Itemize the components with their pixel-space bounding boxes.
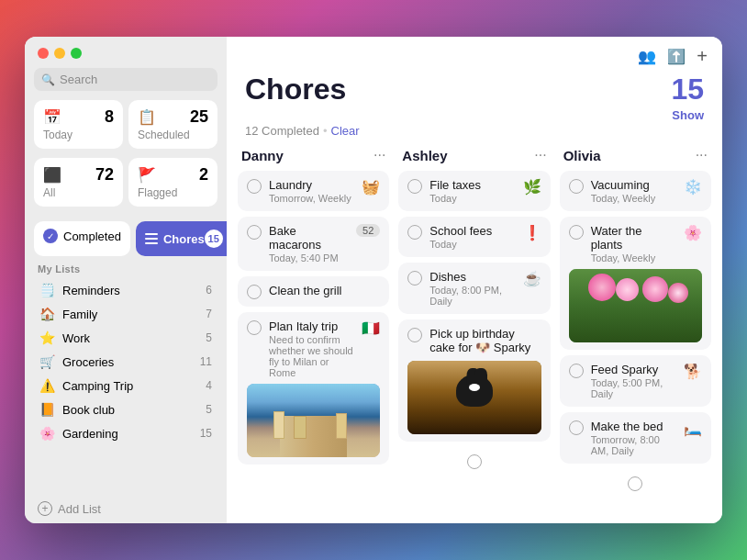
task-image-flower bbox=[569, 269, 702, 342]
list-item-camping[interactable]: ⚠️ Camping Trip 4 bbox=[34, 374, 217, 398]
task-clean-grill[interactable]: Clean the grill bbox=[238, 276, 389, 307]
task-macarons[interactable]: Bake macarons Today, 5:40 PM 52 bbox=[238, 217, 389, 271]
task-sub: Today, Weekly bbox=[591, 193, 676, 204]
chores-count-badge: 15 bbox=[205, 230, 223, 248]
list-item-reminders[interactable]: 🗒️ Reminders 6 bbox=[34, 278, 217, 302]
task-laundry[interactable]: Laundry Tomorrow, Weekly 🧺 bbox=[238, 171, 389, 211]
scheduled-icon: 📋 bbox=[138, 108, 156, 126]
ashley-more-icon[interactable]: ··· bbox=[534, 147, 546, 163]
task-dishes[interactable]: Dishes Today, 8:00 PM, Daily ☕ bbox=[398, 263, 550, 314]
show-button[interactable]: Show bbox=[671, 108, 704, 122]
task-birthday-cake[interactable]: Pick up birthday cake for 🐶 Sparky bbox=[398, 319, 550, 442]
camping-count: 4 bbox=[206, 379, 212, 392]
reminders-icon: 🗒️ bbox=[39, 283, 55, 297]
task-circle[interactable] bbox=[247, 179, 262, 194]
task-emoji: 🛏️ bbox=[684, 420, 702, 437]
task-italy[interactable]: Plan Italy trip Need to confirm whether … bbox=[238, 312, 389, 465]
all-count: 72 bbox=[95, 165, 114, 185]
completed-label: Completed bbox=[63, 230, 121, 243]
smart-list-all[interactable]: ⬛ 72 All bbox=[34, 158, 123, 207]
smart-lists-row2: ⬛ 72 All 🚩 2 Flagged bbox=[25, 158, 227, 216]
task-title: Plan Italy trip bbox=[269, 319, 354, 333]
add-task-circle[interactable] bbox=[628, 476, 642, 491]
list-item-work[interactable]: ⭐ Work 5 bbox=[34, 326, 217, 350]
task-circle[interactable] bbox=[407, 225, 422, 240]
task-emoji: 🌸 bbox=[684, 224, 702, 241]
reminders-name: Reminders bbox=[62, 284, 120, 297]
task-circle[interactable] bbox=[569, 420, 584, 435]
minimize-button[interactable] bbox=[54, 48, 65, 59]
task-sub: Today bbox=[429, 193, 515, 204]
task-circle[interactable] bbox=[569, 225, 584, 240]
task-emoji: 🇮🇹 bbox=[362, 319, 380, 337]
ashley-header: Ashley ··· bbox=[398, 145, 550, 165]
task-feed-sparky[interactable]: Feed Sparky Today, 5:00 PM, Daily 🐕 bbox=[560, 355, 711, 407]
list-item-groceries[interactable]: 🛒 Groceries 11 bbox=[34, 350, 217, 374]
olivia-more-icon[interactable]: ··· bbox=[696, 147, 708, 163]
smart-list-flagged[interactable]: 🚩 2 Flagged bbox=[128, 158, 217, 207]
content-subtitle: 12 Completed • Clear bbox=[245, 124, 704, 138]
add-task-circle[interactable] bbox=[467, 454, 482, 469]
flagged-label: Flagged bbox=[138, 186, 208, 199]
page-title: Chores bbox=[245, 73, 346, 106]
search-icon: 🔍 bbox=[41, 73, 55, 86]
task-emoji: 🌿 bbox=[523, 178, 541, 196]
task-circle[interactable] bbox=[247, 225, 262, 240]
fullscreen-button[interactable] bbox=[71, 48, 82, 59]
list-item-gardening[interactable]: 🌸 Gardening 15 bbox=[34, 421, 217, 445]
columns-container: Danny ··· Laundry Tomorrow, Weekly 🧺 bbox=[227, 145, 722, 523]
smart-list-today[interactable]: 📅 8 Today bbox=[34, 100, 123, 149]
list-item-bookclub[interactable]: 📙 Book club 5 bbox=[34, 398, 217, 421]
task-file-taxes[interactable]: File taxes Today 🌿 bbox=[398, 171, 550, 211]
column-olivia: Olivia ··· Vacuuming Today, Weekly ❄️ bbox=[560, 145, 711, 512]
task-sub: Need to confirm whether we should fly to… bbox=[269, 334, 354, 378]
task-title: Bake macarons bbox=[269, 224, 349, 252]
danny-col-name: Danny bbox=[241, 148, 284, 163]
completed-chores-row: ✓ Completed Chores 15 👩 bbox=[25, 216, 227, 256]
task-water-plants[interactable]: Water the plants Today, Weekly 🌸 bbox=[560, 217, 711, 350]
task-title: Clean the grill bbox=[269, 284, 380, 297]
task-image-italy bbox=[247, 384, 380, 457]
search-bar[interactable]: 🔍 Search bbox=[34, 68, 217, 91]
task-circle[interactable] bbox=[247, 285, 262, 299]
completed-item[interactable]: ✓ Completed bbox=[34, 221, 130, 256]
task-school-fees[interactable]: School fees Today ❗ bbox=[398, 217, 550, 257]
list-items: 🗒️ Reminders 6 🏠 Family 7 ⭐ Work 5 bbox=[25, 278, 227, 492]
smart-list-scheduled[interactable]: 📋 25 Scheduled bbox=[128, 100, 217, 149]
traffic-lights bbox=[25, 48, 227, 68]
task-title: Water the plants bbox=[591, 224, 676, 252]
task-emoji: ☕ bbox=[523, 270, 541, 287]
ashley-add-row bbox=[398, 447, 550, 476]
share-icon[interactable]: ⬆️ bbox=[667, 48, 686, 65]
task-circle[interactable] bbox=[407, 271, 422, 286]
gardening-count: 15 bbox=[200, 427, 212, 440]
people-icon[interactable]: 👥 bbox=[638, 48, 656, 65]
camping-icon: ⚠️ bbox=[39, 378, 55, 393]
family-icon: 🏠 bbox=[39, 307, 55, 321]
task-vacuuming[interactable]: Vacuuming Today, Weekly ❄️ bbox=[560, 171, 711, 211]
today-count: 8 bbox=[105, 107, 114, 127]
list-item-family[interactable]: 🏠 Family 7 bbox=[34, 302, 217, 326]
gardening-icon: 🌸 bbox=[39, 426, 55, 441]
task-make-bed[interactable]: Make the bed Tomorrow, 8:00 AM, Daily 🛏️ bbox=[560, 412, 711, 464]
task-badge: 52 bbox=[356, 224, 380, 237]
task-title: Vacuuming bbox=[591, 178, 676, 192]
search-input[interactable]: Search bbox=[60, 73, 97, 86]
task-title: Pick up birthday cake for 🐶 Sparky bbox=[429, 327, 541, 354]
close-button[interactable] bbox=[38, 48, 49, 59]
add-list[interactable]: + Add List bbox=[25, 494, 227, 523]
family-count: 7 bbox=[206, 308, 212, 320]
scheduled-count: 25 bbox=[190, 107, 208, 127]
add-button[interactable]: + bbox=[697, 46, 708, 67]
task-circle[interactable] bbox=[569, 179, 584, 194]
task-title: School fees bbox=[429, 224, 515, 238]
task-title: Feed Sparky bbox=[591, 363, 676, 376]
task-circle[interactable] bbox=[569, 364, 584, 378]
work-icon: ⭐ bbox=[39, 330, 55, 345]
flagged-icon: 🚩 bbox=[138, 166, 156, 184]
task-circle[interactable] bbox=[407, 179, 422, 194]
task-circle[interactable] bbox=[247, 320, 262, 335]
clear-button[interactable]: Clear bbox=[331, 124, 360, 138]
task-circle[interactable] bbox=[407, 328, 422, 342]
danny-more-icon[interactable]: ··· bbox=[374, 147, 385, 163]
